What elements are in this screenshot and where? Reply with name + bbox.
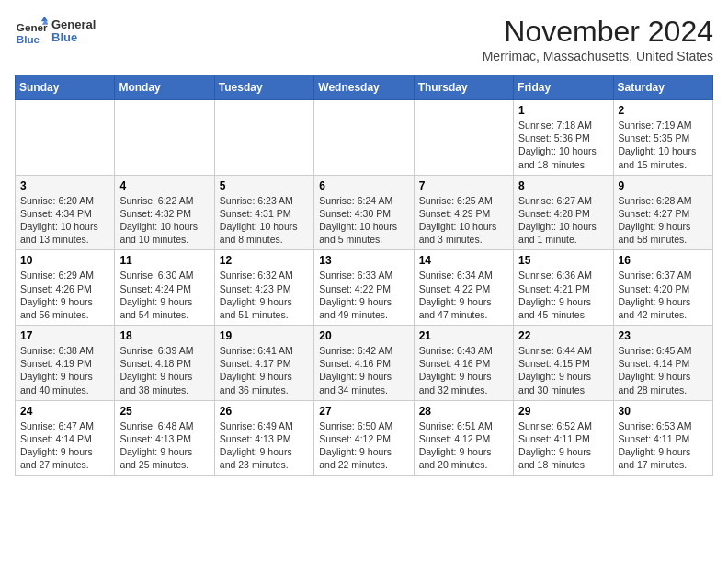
calendar-cell: 13Sunrise: 6:33 AMSunset: 4:22 PMDayligh… xyxy=(314,250,414,326)
svg-marker-2 xyxy=(41,17,48,21)
day-info: Sunrise: 6:49 AMSunset: 4:13 PMDaylight:… xyxy=(220,419,309,472)
calendar-cell: 24Sunrise: 6:47 AMSunset: 4:14 PMDayligh… xyxy=(16,400,115,476)
calendar-cell: 29Sunrise: 6:52 AMSunset: 4:11 PMDayligh… xyxy=(514,400,613,476)
day-number: 23 xyxy=(619,329,708,342)
day-number: 28 xyxy=(419,405,508,418)
calendar-table: SundayMondayTuesdayWednesdayThursdayFrid… xyxy=(15,75,713,476)
day-info: Sunrise: 6:50 AMSunset: 4:12 PMDaylight:… xyxy=(319,419,408,472)
column-header-thursday: Thursday xyxy=(414,75,513,100)
title-section: November 2024 Merrimac, Massachusetts, U… xyxy=(483,15,713,63)
day-info: Sunrise: 7:18 AMSunset: 5:36 PMDaylight:… xyxy=(518,119,608,171)
calendar-cell: 30Sunrise: 6:53 AMSunset: 4:11 PMDayligh… xyxy=(613,400,712,476)
calendar-cell: 21Sunrise: 6:43 AMSunset: 4:16 PMDayligh… xyxy=(414,326,513,401)
day-number: 18 xyxy=(119,329,209,342)
svg-text:Blue: Blue xyxy=(17,33,40,45)
calendar-cell: 12Sunrise: 6:32 AMSunset: 4:23 PMDayligh… xyxy=(214,250,313,326)
day-info: Sunrise: 6:23 AMSunset: 4:31 PMDaylight:… xyxy=(220,194,309,247)
column-header-monday: Monday xyxy=(115,75,214,100)
calendar-cell: 9Sunrise: 6:28 AMSunset: 4:27 PMDaylight… xyxy=(613,175,712,250)
day-number: 10 xyxy=(20,254,109,267)
day-info: Sunrise: 6:24 AMSunset: 4:30 PMDaylight:… xyxy=(319,194,408,247)
calendar-cell: 2Sunrise: 7:19 AMSunset: 5:35 PMDaylight… xyxy=(613,100,712,176)
day-number: 9 xyxy=(619,179,708,192)
day-info: Sunrise: 6:43 AMSunset: 4:16 PMDaylight:… xyxy=(419,344,508,396)
day-info: Sunrise: 6:28 AMSunset: 4:27 PMDaylight:… xyxy=(619,194,708,247)
calendar-cell: 25Sunrise: 6:48 AMSunset: 4:13 PMDayligh… xyxy=(115,400,214,476)
calendar-cell: 4Sunrise: 6:22 AMSunset: 4:32 PMDaylight… xyxy=(115,175,214,250)
calendar-cell: 15Sunrise: 6:36 AMSunset: 4:21 PMDayligh… xyxy=(514,250,613,326)
day-info: Sunrise: 6:36 AMSunset: 4:21 PMDaylight:… xyxy=(518,269,608,321)
day-info: Sunrise: 6:29 AMSunset: 4:26 PMDaylight:… xyxy=(20,269,109,321)
calendar-cell: 7Sunrise: 6:25 AMSunset: 4:29 PMDaylight… xyxy=(414,175,513,250)
calendar-cell: 3Sunrise: 6:20 AMSunset: 4:34 PMDaylight… xyxy=(16,175,115,250)
day-info: Sunrise: 6:52 AMSunset: 4:11 PMDaylight:… xyxy=(518,419,608,472)
day-info: Sunrise: 6:34 AMSunset: 4:22 PMDaylight:… xyxy=(419,269,508,321)
day-info: Sunrise: 6:41 AMSunset: 4:17 PMDaylight:… xyxy=(220,344,309,396)
day-number: 16 xyxy=(619,254,708,267)
calendar-cell: 19Sunrise: 6:41 AMSunset: 4:17 PMDayligh… xyxy=(214,326,313,401)
logo-blue: Blue xyxy=(51,31,96,44)
day-number: 30 xyxy=(619,405,708,418)
calendar-week-row: 24Sunrise: 6:47 AMSunset: 4:14 PMDayligh… xyxy=(16,400,713,476)
day-info: Sunrise: 6:48 AMSunset: 4:13 PMDaylight:… xyxy=(119,419,209,472)
day-number: 22 xyxy=(518,329,608,342)
calendar-cell: 6Sunrise: 6:24 AMSunset: 4:30 PMDaylight… xyxy=(314,175,414,250)
day-number: 17 xyxy=(20,329,109,342)
day-info: Sunrise: 6:39 AMSunset: 4:18 PMDaylight:… xyxy=(119,344,209,396)
column-header-wednesday: Wednesday xyxy=(314,75,414,100)
day-number: 2 xyxy=(619,104,708,117)
day-number: 3 xyxy=(20,179,109,192)
day-number: 12 xyxy=(220,254,309,267)
calendar-cell xyxy=(16,100,115,176)
day-info: Sunrise: 6:27 AMSunset: 4:28 PMDaylight:… xyxy=(518,194,608,247)
day-info: Sunrise: 6:53 AMSunset: 4:11 PMDaylight:… xyxy=(619,419,708,472)
column-header-friday: Friday xyxy=(514,75,613,100)
logo-icon: General Blue xyxy=(15,15,48,48)
calendar-cell: 17Sunrise: 6:38 AMSunset: 4:19 PMDayligh… xyxy=(16,326,115,401)
day-number: 21 xyxy=(419,329,508,342)
calendar-cell xyxy=(115,100,214,176)
calendar-week-row: 17Sunrise: 6:38 AMSunset: 4:19 PMDayligh… xyxy=(16,326,713,401)
day-number: 11 xyxy=(119,254,209,267)
column-header-sunday: Sunday xyxy=(16,75,115,100)
logo-general: General xyxy=(51,18,96,31)
day-number: 6 xyxy=(319,179,408,192)
day-number: 1 xyxy=(518,104,608,117)
calendar-cell xyxy=(414,100,513,176)
day-info: Sunrise: 6:37 AMSunset: 4:20 PMDaylight:… xyxy=(619,269,708,321)
day-info: Sunrise: 6:20 AMSunset: 4:34 PMDaylight:… xyxy=(20,194,109,247)
calendar-cell: 22Sunrise: 6:44 AMSunset: 4:15 PMDayligh… xyxy=(514,326,613,401)
svg-text:General: General xyxy=(17,21,48,33)
day-number: 14 xyxy=(419,254,508,267)
calendar-cell: 10Sunrise: 6:29 AMSunset: 4:26 PMDayligh… xyxy=(16,250,115,326)
location-subtitle: Merrimac, Massachusetts, United States xyxy=(483,49,713,63)
calendar-cell: 20Sunrise: 6:42 AMSunset: 4:16 PMDayligh… xyxy=(314,326,414,401)
calendar-cell: 16Sunrise: 6:37 AMSunset: 4:20 PMDayligh… xyxy=(613,250,712,326)
page-header: General Blue General Blue November 2024 … xyxy=(15,15,713,63)
calendar-cell: 23Sunrise: 6:45 AMSunset: 4:14 PMDayligh… xyxy=(613,326,712,401)
calendar-cell xyxy=(314,100,414,176)
day-number: 19 xyxy=(220,329,309,342)
day-info: Sunrise: 6:44 AMSunset: 4:15 PMDaylight:… xyxy=(518,344,608,396)
month-title: November 2024 xyxy=(483,15,713,49)
logo: General Blue General Blue xyxy=(15,15,96,48)
calendar-cell: 18Sunrise: 6:39 AMSunset: 4:18 PMDayligh… xyxy=(115,326,214,401)
day-info: Sunrise: 6:22 AMSunset: 4:32 PMDaylight:… xyxy=(119,194,209,247)
calendar-cell: 8Sunrise: 6:27 AMSunset: 4:28 PMDaylight… xyxy=(514,175,613,250)
day-number: 20 xyxy=(319,329,408,342)
day-info: Sunrise: 6:45 AMSunset: 4:14 PMDaylight:… xyxy=(619,344,708,396)
day-number: 8 xyxy=(518,179,608,192)
calendar-week-row: 3Sunrise: 6:20 AMSunset: 4:34 PMDaylight… xyxy=(16,175,713,250)
day-number: 27 xyxy=(319,405,408,418)
calendar-week-row: 1Sunrise: 7:18 AMSunset: 5:36 PMDaylight… xyxy=(16,100,713,176)
calendar-header-row: SundayMondayTuesdayWednesdayThursdayFrid… xyxy=(16,75,713,100)
calendar-cell: 26Sunrise: 6:49 AMSunset: 4:13 PMDayligh… xyxy=(214,400,313,476)
day-number: 5 xyxy=(220,179,309,192)
day-number: 15 xyxy=(518,254,608,267)
calendar-cell: 11Sunrise: 6:30 AMSunset: 4:24 PMDayligh… xyxy=(115,250,214,326)
calendar-cell: 5Sunrise: 6:23 AMSunset: 4:31 PMDaylight… xyxy=(214,175,313,250)
day-number: 29 xyxy=(518,405,608,418)
day-number: 7 xyxy=(419,179,508,192)
day-number: 4 xyxy=(119,179,209,192)
day-info: Sunrise: 6:33 AMSunset: 4:22 PMDaylight:… xyxy=(319,269,408,321)
